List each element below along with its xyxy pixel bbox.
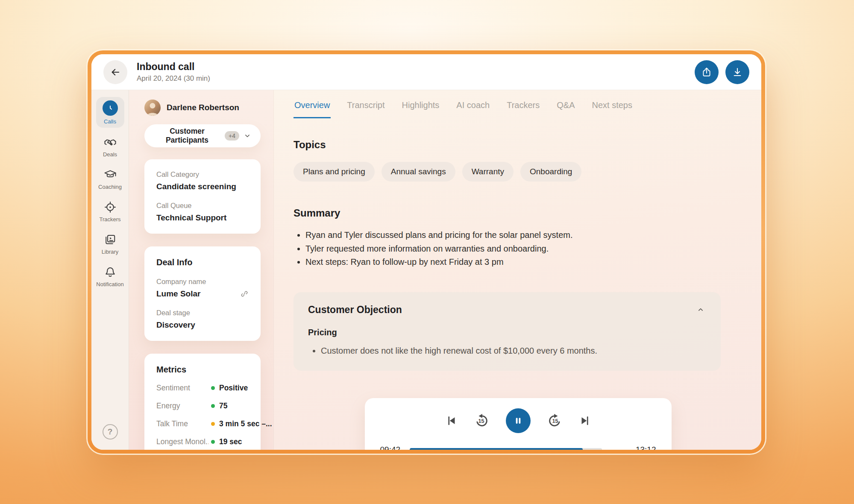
media-library-icon (104, 233, 117, 246)
app-window: Inbound call April 20, 2024 (30 min) (91, 54, 761, 450)
seek-bar[interactable] (410, 448, 602, 450)
download-button[interactable] (725, 60, 749, 84)
objection-title: Customer Objection (308, 304, 402, 316)
tab-highlights[interactable]: Highlights (401, 96, 440, 118)
metric-label: Energy (156, 401, 208, 410)
customer-participants-dropdown[interactable]: Customer Participants +4 (144, 124, 261, 147)
metrics-card: Metrics Sentiment Positive Energy 75 (144, 354, 261, 450)
progress-row: 09:42 13:12 (380, 445, 656, 450)
objection-category: Pricing (308, 328, 706, 337)
participant-row: Darlene Robertson (144, 100, 261, 116)
sidebar-item-coaching[interactable]: Coaching (96, 166, 124, 193)
metric-row: Longest Monol... 19 sec (156, 437, 249, 446)
tab-qa[interactable]: Q&A (556, 96, 575, 118)
target-icon (104, 201, 117, 214)
title-block: Inbound call April 20, 2024 (30 min) (137, 61, 210, 83)
sidebar-item-library[interactable]: Library (96, 231, 124, 258)
summary-item: Tyler requested more information on warr… (305, 242, 742, 256)
forward-15-button[interactable]: 15 (547, 413, 562, 428)
metric-row: Energy 75 (156, 401, 249, 410)
forward-15-icon: 15 (547, 413, 562, 428)
call-queue-label: Call Queue (156, 202, 249, 210)
app-sidebar: Calls Deals Coaching Trackers Library (91, 90, 129, 450)
svg-text:15: 15 (552, 418, 558, 424)
tab-overview[interactable]: Overview (293, 96, 331, 118)
topic-chip[interactable]: Warranty (462, 162, 514, 182)
skip-previous-icon (445, 414, 458, 427)
progress-fill (410, 448, 583, 450)
metric-value: 3 min 5 sec –... (219, 419, 272, 428)
tab-transcript[interactable]: Transcript (346, 96, 385, 118)
collapse-objection-button[interactable] (695, 304, 706, 315)
tab-ai-coach[interactable]: AI coach (455, 96, 490, 118)
call-category-label: Call Category (156, 170, 249, 179)
sidebar-item-notification[interactable]: Notification (96, 263, 124, 290)
call-details-panel: Darlene Robertson Customer Participants … (129, 90, 273, 450)
sidebar-item-calls[interactable]: Calls (96, 97, 124, 128)
company-row: Lume Solar (156, 289, 249, 299)
topic-chip[interactable]: Annual savings (382, 162, 455, 182)
tab-trackers[interactable]: Trackers (506, 96, 540, 118)
chevron-down-icon (244, 132, 251, 140)
link-icon (240, 290, 249, 298)
metric-status-dot (211, 386, 215, 390)
call-date-duration: April 20, 2024 (30 min) (137, 74, 210, 83)
objection-points: Customer does not like the high renewal … (321, 344, 706, 357)
summary-heading: Summary (293, 207, 742, 219)
share-icon (701, 67, 712, 78)
svg-text:15: 15 (478, 418, 484, 424)
deal-info-card: Deal Info Company name Lume Solar Deal s… (144, 246, 261, 341)
company-link-button[interactable] (240, 290, 249, 298)
tab-bar: OverviewTranscriptHighlightsAI coachTrac… (293, 96, 742, 118)
deal-info-title: Deal Info (156, 258, 249, 267)
skip-previous-button[interactable] (445, 414, 458, 427)
summary-item: Ryan and Tyler discussed plans and prici… (305, 229, 742, 242)
metric-row: Talk Time 3 min 5 sec –... (156, 419, 249, 428)
page-title: Inbound call (137, 61, 210, 73)
back-button[interactable] (103, 60, 127, 84)
rewind-15-icon: 15 (474, 413, 490, 428)
metric-status-dot (211, 404, 215, 408)
help-button[interactable]: ? (103, 424, 118, 440)
customer-objection-panel: Customer Objection Pricing Customer does… (293, 292, 721, 371)
current-time: 09:42 (380, 445, 401, 450)
tab-next-steps[interactable]: Next steps (591, 96, 633, 118)
call-queue-value: Technical Support (156, 213, 249, 223)
chevron-up-icon (697, 306, 704, 314)
pause-icon (514, 416, 523, 425)
participants-count-badge: +4 (225, 131, 239, 141)
metric-value: 19 sec (219, 437, 242, 446)
app-window-frame: Inbound call April 20, 2024 (30 min) (88, 50, 765, 454)
deal-stage-value: Discovery (156, 320, 249, 330)
metric-status-dot (211, 422, 215, 426)
metric-label: Longest Monol... (156, 437, 208, 446)
topics-heading: Topics (293, 139, 742, 151)
overview-main: OverviewTranscriptHighlightsAI coachTrac… (273, 90, 761, 450)
question-mark-icon: ? (108, 427, 113, 437)
metric-value: 75 (219, 401, 227, 410)
metric-value: Positive (219, 384, 248, 393)
objection-header: Customer Objection (308, 304, 706, 316)
skip-next-button[interactable] (578, 414, 591, 427)
topic-chip[interactable]: Onboarding (520, 162, 581, 182)
participant-name: Darlene Robertson (167, 103, 239, 112)
topic-chip[interactable]: Plans and pricing (293, 162, 375, 182)
bell-icon (104, 266, 117, 278)
metric-row: Sentiment Positive (156, 384, 249, 393)
skip-next-icon (578, 414, 591, 427)
pause-button[interactable] (506, 408, 531, 433)
sidebar-item-trackers[interactable]: Trackers (96, 198, 124, 225)
deal-stage-label: Deal stage (156, 309, 249, 317)
metrics-title: Metrics (156, 365, 249, 375)
share-button[interactable] (695, 60, 719, 84)
call-category-card: Call Category Candidate screening Call Q… (144, 159, 261, 234)
content-row: Calls Deals Coaching Trackers Library (91, 90, 761, 450)
graduation-cap-icon (104, 168, 117, 181)
header-actions (695, 60, 749, 84)
summary-list: Ryan and Tyler discussed plans and prici… (305, 229, 742, 269)
call-header: Inbound call April 20, 2024 (30 min) (91, 54, 761, 90)
topic-chips: Plans and pricingAnnual savingsWarrantyO… (293, 162, 742, 182)
total-time: 13:12 (636, 445, 656, 450)
rewind-15-button[interactable]: 15 (474, 413, 490, 428)
sidebar-item-deals[interactable]: Deals (96, 133, 124, 160)
